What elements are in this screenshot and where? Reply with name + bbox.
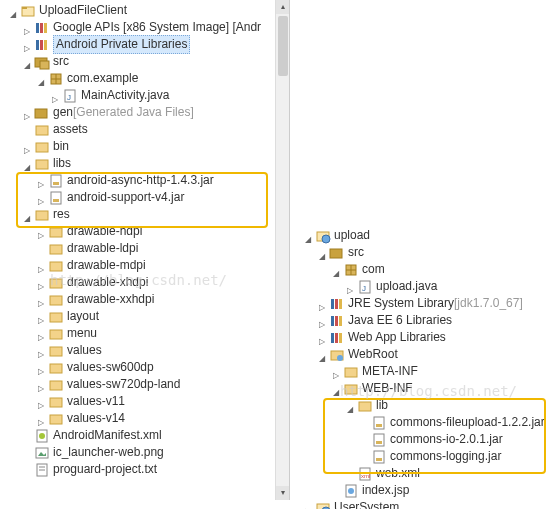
- expand-arrow-icon[interactable]: [317, 316, 327, 326]
- values-sw600[interactable]: values-sw600dp: [8, 359, 289, 376]
- src-folder[interactable]: src: [8, 53, 289, 70]
- expand-arrow-icon[interactable]: [22, 142, 32, 152]
- drawable-ldpi[interactable]: drawable-ldpi: [8, 240, 289, 257]
- expand-arrow-icon[interactable]: [36, 414, 46, 424]
- assets-folder[interactable]: assets: [8, 121, 289, 138]
- drawable-mdpi[interactable]: drawable-mdpi: [8, 257, 289, 274]
- webapp-library[interactable]: Web App Libraries: [303, 329, 550, 346]
- expand-arrow-icon[interactable]: [36, 295, 46, 305]
- expand-arrow-icon[interactable]: [36, 278, 46, 288]
- expand-arrow-icon[interactable]: [331, 384, 341, 394]
- launcher-png[interactable]: ic_launcher-web.png: [8, 444, 289, 461]
- proguard-file[interactable]: proguard-project.txt: [8, 461, 289, 478]
- layout-folder[interactable]: layout: [8, 308, 289, 325]
- expand-arrow-icon[interactable]: [345, 282, 355, 292]
- expand-arrow-icon[interactable]: [50, 91, 60, 101]
- expand-arrow-icon[interactable]: [303, 503, 313, 510]
- svg-rect-21: [51, 192, 61, 204]
- expand-arrow-icon[interactable]: [317, 299, 327, 309]
- webinf-folder[interactable]: WEB-INF: [303, 380, 550, 397]
- expand-arrow-icon[interactable]: [36, 363, 46, 373]
- expand-arrow-icon[interactable]: [317, 350, 327, 360]
- expand-arrow-icon[interactable]: [317, 248, 327, 258]
- expand-arrow-icon[interactable]: [36, 74, 46, 84]
- res-folder[interactable]: res: [8, 206, 289, 223]
- expand-arrow-icon[interactable]: [36, 397, 46, 407]
- expand-arrow-icon[interactable]: [22, 57, 32, 67]
- item-label: values-sw600dp: [67, 359, 154, 376]
- web-folder-icon: [329, 347, 345, 363]
- expand-arrow-icon[interactable]: [36, 312, 46, 322]
- svg-rect-22: [53, 199, 59, 202]
- jar-file[interactable]: android-support-v4.jar: [8, 189, 289, 206]
- usersystem-project[interactable]: UserSystem: [303, 499, 550, 509]
- drawable-xhdpi[interactable]: drawable-xhdpi: [8, 274, 289, 291]
- jar-file[interactable]: commons-logging.jar: [303, 448, 550, 465]
- source-folder-icon: [34, 105, 50, 121]
- svg-rect-19: [51, 175, 61, 187]
- expand-arrow-icon[interactable]: [22, 159, 32, 169]
- scroll-down-icon[interactable]: ▾: [276, 486, 290, 500]
- expand-arrow-icon[interactable]: [36, 193, 46, 203]
- text-file-icon: [34, 462, 50, 478]
- libs-folder[interactable]: libs: [8, 155, 289, 172]
- indexjsp-file[interactable]: index.jsp: [303, 482, 550, 499]
- jsp-file-icon: [343, 483, 359, 499]
- scroll-up-icon[interactable]: ▴: [276, 0, 290, 14]
- values-sw720[interactable]: values-sw720dp-land: [8, 376, 289, 393]
- values-v14[interactable]: values-v14: [8, 410, 289, 427]
- expand-arrow-icon[interactable]: [317, 333, 327, 343]
- item-label: JRE System Library: [348, 295, 454, 312]
- java-file[interactable]: Jupload.java: [303, 278, 550, 295]
- google-apis[interactable]: Google APIs [x86 System Image] [Andr: [8, 19, 289, 36]
- java-file[interactable]: JMainActivity.java: [8, 87, 289, 104]
- expand-arrow-icon[interactable]: [36, 176, 46, 186]
- jar-file[interactable]: android-async-http-1.4.3.jar: [8, 172, 289, 189]
- expand-arrow-icon[interactable]: [36, 346, 46, 356]
- expand-arrow-icon[interactable]: [36, 380, 46, 390]
- svg-point-44: [322, 235, 330, 243]
- drawable-xxhdpi[interactable]: drawable-xxhdpi: [8, 291, 289, 308]
- svg-rect-67: [374, 434, 384, 446]
- expand-arrow-icon[interactable]: [303, 231, 313, 241]
- expand-arrow-icon[interactable]: [22, 23, 32, 33]
- javaee-library[interactable]: Java EE 6 Libraries: [303, 312, 550, 329]
- package[interactable]: com: [303, 261, 550, 278]
- expand-arrow-icon[interactable]: [22, 40, 32, 50]
- project-root[interactable]: upload: [303, 227, 550, 244]
- svg-rect-23: [36, 211, 48, 220]
- android-private-libs[interactable]: Android Private Libraries: [8, 36, 289, 53]
- jre-library[interactable]: JRE System Library [jdk1.7.0_67]: [303, 295, 550, 312]
- item-label: WebRoot: [348, 346, 398, 363]
- gen-folder[interactable]: gen [Generated Java Files]: [8, 104, 289, 121]
- expand-arrow-icon[interactable]: [36, 227, 46, 237]
- item-label: ic_launcher-web.png: [53, 444, 164, 461]
- drawable-hdpi[interactable]: drawable-hdpi: [8, 223, 289, 240]
- expand-arrow-icon[interactable]: [331, 265, 341, 275]
- webxml-file[interactable]: xmlweb.xml: [303, 465, 550, 482]
- package[interactable]: com.example: [8, 70, 289, 87]
- expand-arrow-icon[interactable]: [345, 401, 355, 411]
- bin-folder[interactable]: bin: [8, 138, 289, 155]
- expand-arrow-icon[interactable]: [8, 6, 18, 16]
- jar-file[interactable]: commons-io-2.0.1.jar: [303, 431, 550, 448]
- expand-arrow-icon[interactable]: [22, 210, 32, 220]
- menu-folder[interactable]: menu: [8, 325, 289, 342]
- manifest-file[interactable]: AndroidManifest.xml: [8, 427, 289, 444]
- item-label: drawable-mdpi: [67, 257, 146, 274]
- src-folder[interactable]: src: [303, 244, 550, 261]
- expand-arrow-icon[interactable]: [36, 261, 46, 271]
- values-folder[interactable]: values: [8, 342, 289, 359]
- expand-arrow-icon[interactable]: [36, 329, 46, 339]
- metainf-folder[interactable]: META-INF: [303, 363, 550, 380]
- expand-arrow-icon[interactable]: [331, 367, 341, 377]
- webroot-folder[interactable]: WebRoot: [303, 346, 550, 363]
- vertical-scrollbar[interactable]: ▴ ▾: [275, 0, 289, 500]
- lib-folder[interactable]: lib: [303, 397, 550, 414]
- jar-file[interactable]: commons-fileupload-1.2.2.jar: [303, 414, 550, 431]
- project-root[interactable]: UploadFileClient: [8, 2, 289, 19]
- values-v11[interactable]: values-v11: [8, 393, 289, 410]
- scroll-thumb[interactable]: [278, 16, 288, 76]
- expand-arrow-icon[interactable]: [22, 108, 32, 118]
- svg-rect-52: [335, 299, 338, 309]
